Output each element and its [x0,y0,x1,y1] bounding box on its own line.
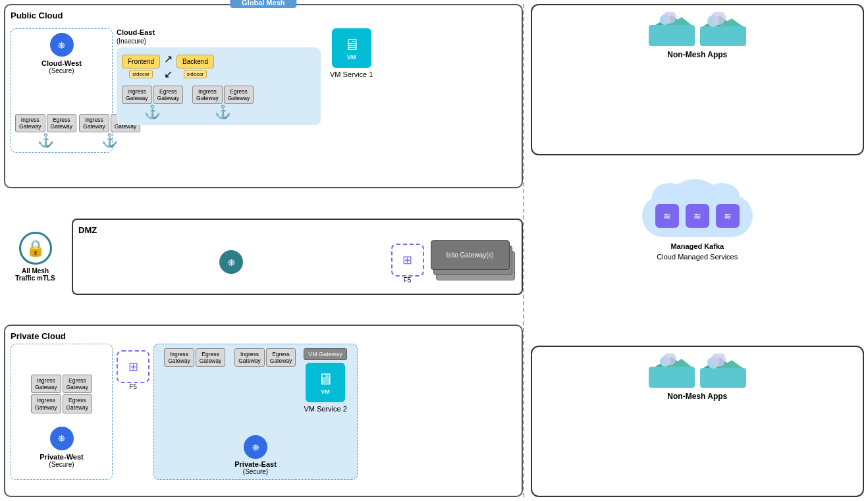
pw-ingress-1: IngressGateway [31,375,61,393]
cloud-blob: ≋ ≋ ≋ [642,195,753,237]
pe-k8s-icon: ⎈ [244,435,267,459]
kafka-icon-1: ≋ [655,204,679,228]
pe-title: Private-East [234,460,277,468]
cw-ingress-gw-2: IngressGateway [79,114,109,132]
dmz-k8s-icon: ⎈ [219,250,243,274]
non-mesh-bottom-box: Non-Mesh Apps [531,346,864,497]
cw-anchor-1: ⚓ [38,132,54,148]
vm-service-1-box: 🖥 VM [332,28,371,68]
cloud-west-k8s-icon: ⎈ [50,33,74,57]
cw-ingress-gw-1: IngressGateway [15,114,45,132]
frontend-sidecar: sidecar [129,70,153,78]
svg-rect-5 [700,26,746,46]
pe-subtitle: (Secure) [243,468,268,475]
cloud-west-gw-group-1: IngressGateway EgressGateway ⚓ [15,114,76,148]
frontend-service: Frontend sidecar [122,55,160,78]
arrows: ↗ ↙ [164,53,173,80]
f5-label: F5 [404,277,412,284]
private-east-region: IngressGateway EgressGateway IngressGate… [153,344,358,480]
dmz-row: 🔒 All Mesh Traffic mTLS DMZ ⎈ ⊞ F5 [4,192,523,321]
terrain-icon-2 [700,12,746,46]
terrain-icon-4 [700,354,746,388]
private-cloud-inner: IngressGateway EgressGateway IngressGate… [11,344,516,480]
dmz-inner: ⎈ ⊞ F5 Istio Gateway(s) [78,239,516,288]
istio-box-1: Istio Gateway(s) [431,240,510,270]
non-mesh-top-box: Non-Mesh Apps [531,4,864,155]
ce-ingress-1: IngressGateway [122,86,152,104]
pe-ingress-2: IngressGateway [234,348,265,367]
terrain-icon-3 [649,354,695,388]
public-cloud-inner: ⎈ Cloud-West (Secure) IngressGateway Egr… [11,28,516,153]
public-cloud-section: Public Cloud Global Mesh ⎈ Cloud-West (S… [4,4,523,188]
kafka-icon-3: ≋ [716,204,740,228]
pw-subtitle: (Secure) [49,461,74,468]
ce-anchor-2: ⚓ [215,104,231,120]
lock-icon: 🔒 [19,232,52,265]
ce-gw-group-1: IngressGateway EgressGateway ⚓ [122,86,183,120]
services-row: Frontend sidecar ↗ ↙ Back [122,53,315,80]
backend-service: Backend sidecar [176,55,214,78]
managed-kafka-container: ≋ ≋ ≋ Managed Kafka Cloud Managed Servic… [531,162,864,280]
vm-service-2-label: VM Service 2 [304,405,346,413]
pw-title: Private-West [40,453,83,461]
pe-gw-group-1: IngressGateway EgressGateway [164,348,225,413]
pe-egress-1: EgressGateway [196,348,226,367]
terrain-icons-bottom [649,354,746,388]
managed-kafka-label: Managed Kafka [670,242,724,250]
cloud-east-gateways: IngressGateway EgressGateway ⚓ IngressGa… [122,86,315,120]
vm-service-2-box: 🖥 VM [306,363,345,402]
cloud-west-subtitle: (Secure) [49,67,74,74]
vm-service-1-container: 🖥 VM VM Service 1 [330,28,373,153]
private-f5-container: ⊞ F5 [117,344,149,480]
pw-egress-2: EgressGateway [63,394,93,413]
non-mesh-top-label: Non-Mesh Apps [667,50,727,59]
cloud-managed-label: Cloud Managed Services [657,253,738,261]
private-f5-icon: ⊞ [117,350,149,383]
pe-gw-group-2: IngressGateway EgressGateway [234,348,296,413]
cloud-east-region: Cloud-East (Insecure) Frontend sidecar [117,28,321,153]
global-mesh-banner: Global Mesh [230,0,296,8]
svg-rect-10 [649,367,695,388]
ce-anchor-1: ⚓ [144,104,161,120]
frontend-box: Frontend [122,55,160,68]
cloud-west-gateways: IngressGateway EgressGateway ⚓ IngressGa… [15,114,108,148]
vm-gateway-box: VM Gateway [304,348,347,360]
cw-egress-gw-1: EgressGateway [47,114,77,132]
mtls-container: 🔒 All Mesh Traffic mTLS [4,232,67,282]
backend-box: Backend [176,55,214,68]
private-cloud-section: Private Cloud IngressGateway EgressGatew… [4,325,523,497]
dmz-label: DMZ [78,225,516,235]
terrain-icons-top [649,12,746,46]
kafka-icon-2: ≋ [686,204,709,228]
dmz-box: DMZ ⎈ ⊞ F5 Istio Gateway( [72,219,523,295]
private-f5-label: F5 [129,383,137,390]
ce-egress-1: EgressGateway [153,86,184,104]
istio-stack: Istio Gateway(s) [431,239,516,288]
cloud-east-inner: Frontend sidecar ↗ ↙ Back [117,47,321,125]
pe-egress-2: EgressGateway [266,348,296,367]
pw-egress-1: EgressGateway [63,375,93,393]
f5-icon: ⊞ [391,244,424,277]
ce-ingress-2: IngressGateway [192,86,223,104]
private-cloud-label: Private Cloud [11,331,516,341]
page-container: Public Cloud Global Mesh ⎈ Cloud-West (S… [0,0,868,501]
backend-sidecar: sidecar [184,70,207,78]
svg-rect-0 [649,25,695,46]
pw-gw-group-1: IngressGateway EgressGateway [31,375,92,393]
private-east-inner: IngressGateway EgressGateway IngressGate… [153,344,358,480]
vm-gateway-container: VM Gateway 🖥 VM VM Service 2 [304,348,347,413]
pe-gateways: IngressGateway EgressGateway IngressGate… [164,348,347,413]
cloud-east-title: Cloud-East [117,28,155,36]
pe-ingress-1: IngressGateway [164,348,194,367]
private-west-region: IngressGateway EgressGateway IngressGate… [11,344,113,480]
cloud-west-region: ⎈ Cloud-West (Secure) IngressGateway Egr… [11,28,113,153]
main-right: Non-Mesh Apps ≋ ≋ ≋ Managed Kafka Cloud … [523,4,864,497]
cw-anchor-2: ⚓ [101,132,118,148]
terrain-icon-1 [649,12,695,46]
pw-ingress-2: IngressGateway [31,394,61,413]
main-left: Public Cloud Global Mesh ⎈ Cloud-West (S… [4,4,523,497]
public-cloud-label: Public Cloud [11,11,516,20]
cloud-west-title: Cloud-West [41,59,82,67]
f5-container: ⊞ F5 [391,244,424,284]
pw-gw-group-2: IngressGateway EgressGateway [31,394,92,413]
